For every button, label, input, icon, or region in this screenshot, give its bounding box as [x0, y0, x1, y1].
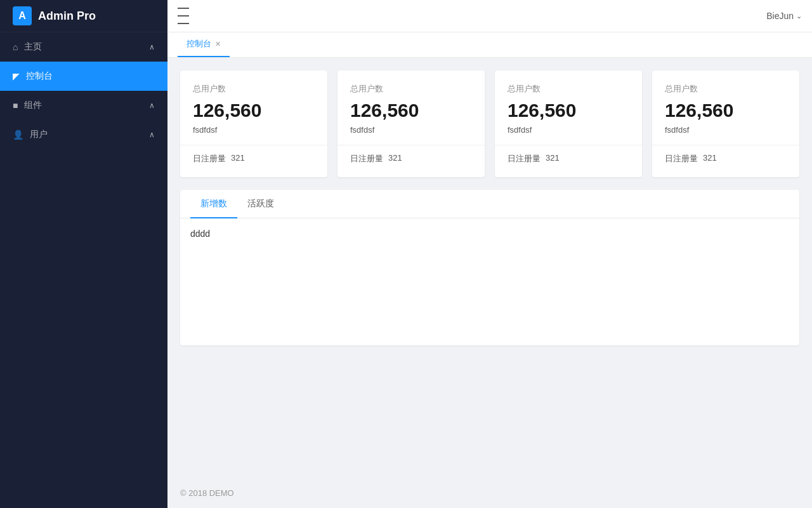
panel-tab-activity[interactable]: 活跃度 [237, 190, 284, 218]
tabs-bar: 控制台 ✕ [167, 32, 812, 58]
sidebar-item-components[interactable]: ■ 组件 ∧ [0, 91, 167, 120]
sidebar-item-label: 用户 [30, 129, 48, 140]
footer-value: 321 [388, 153, 402, 164]
card-label: 总用户数 [193, 83, 315, 95]
tab-close-button[interactable]: ✕ [215, 41, 221, 48]
card-footer: 日注册量 321 [193, 153, 315, 164]
content-panel: 新增数 活跃度 dddd [180, 190, 799, 345]
panel-body: dddd [180, 218, 799, 345]
footer-value: 321 [703, 153, 717, 164]
card-value: 126,560 [193, 100, 315, 121]
stats-cards-grid: 总用户数 126,560 fsdfdsf 日注册量 321 总用户数 126,5… [180, 70, 799, 177]
dashboard-icon: ◤ [13, 71, 20, 81]
app-title: Admin Pro [38, 10, 96, 23]
chevron-icon: ∧ [149, 101, 155, 110]
panel-tab-label: 新增数 [200, 198, 227, 208]
page-content: 总用户数 126,560 fsdfdsf 日注册量 321 总用户数 126,5… [167, 58, 812, 478]
user-menu[interactable]: BieJun ⌄ [766, 11, 802, 21]
card-footer: 日注册量 321 [350, 153, 472, 164]
sidebar-item-label: 组件 [24, 100, 42, 111]
footer: © 2018 DEMO [167, 478, 812, 508]
username-label: BieJun [766, 11, 794, 21]
card-value: 126,560 [350, 100, 472, 121]
footer-label: 日注册量 [193, 153, 226, 164]
user-icon: 👤 [13, 130, 23, 140]
card-value: 126,560 [665, 100, 787, 121]
card-sub: fsdfdsf [193, 125, 315, 135]
panel-tab-new[interactable]: 新增数 [190, 190, 237, 218]
card-label: 总用户数 [350, 83, 472, 95]
panel-tabs: 新增数 活跃度 [180, 190, 799, 218]
footer-label: 日注册量 [665, 153, 698, 164]
stat-card-2: 总用户数 126,560 fsdfdsf 日注册量 321 [495, 70, 642, 177]
sidebar: A Admin Pro ⌂ 主页 ∧ ◤ 控制台 ■ 组件 ∧ 👤 用户 ∧ [0, 0, 167, 508]
footer-value: 321 [231, 153, 245, 164]
sidebar-item-label: 控制台 [26, 70, 53, 82]
card-sub: fsdfdsf [350, 125, 472, 135]
tab-label: 控制台 [187, 38, 211, 50]
panel-tab-label: 活跃度 [247, 198, 274, 208]
chevron-icon: ∧ [149, 130, 155, 139]
stat-card-3: 总用户数 126,560 fsdfdsf 日注册量 321 [652, 70, 799, 177]
stat-card-1: 总用户数 126,560 fsdfdsf 日注册量 321 [337, 70, 485, 177]
menu-toggle-button[interactable] [178, 6, 189, 26]
topbar: BieJun ⌄ [167, 0, 812, 32]
home-icon: ⌂ [13, 42, 18, 52]
chevron-icon: ∧ [149, 43, 155, 51]
footer-text: © 2018 DEMO [180, 488, 234, 498]
logo-icon: A [13, 6, 32, 25]
card-sub: fsdfdsf [665, 125, 787, 135]
stat-card-0: 总用户数 126,560 fsdfdsf 日注册量 321 [180, 70, 327, 177]
footer-value: 321 [546, 153, 560, 164]
card-label: 总用户数 [665, 83, 787, 95]
card-sub: fsdfdsf [508, 125, 629, 135]
card-value: 126,560 [508, 100, 629, 121]
footer-label: 日注册量 [350, 153, 383, 164]
main-content: BieJun ⌄ 控制台 ✕ 总用户数 126,560 fsdfdsf 日注册量… [167, 0, 812, 508]
tab-dashboard[interactable]: 控制台 ✕ [178, 33, 230, 57]
panel-content-text: dddd [190, 229, 210, 239]
card-label: 总用户数 [508, 83, 629, 95]
sidebar-item-label: 主页 [24, 41, 42, 53]
sidebar-item-users[interactable]: 👤 用户 ∧ [0, 120, 167, 149]
user-chevron-icon: ⌄ [796, 12, 802, 20]
components-icon: ■ [13, 100, 18, 110]
footer-label: 日注册量 [508, 153, 540, 164]
sidebar-header: A Admin Pro [0, 0, 167, 32]
sidebar-item-dashboard[interactable]: ◤ 控制台 [0, 62, 167, 91]
sidebar-item-home[interactable]: ⌂ 主页 ∧ [0, 32, 167, 62]
card-footer: 日注册量 321 [508, 153, 629, 164]
card-footer: 日注册量 321 [665, 153, 787, 164]
